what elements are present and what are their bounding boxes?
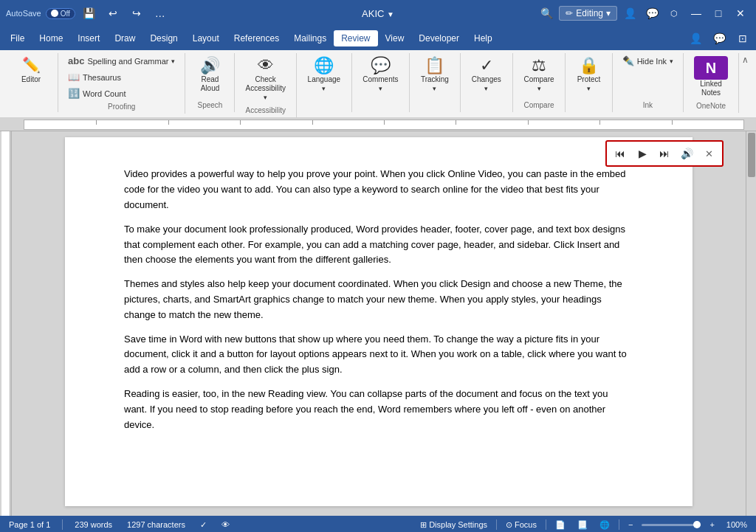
onenote-icon: N [706,59,716,77]
tracking-button[interactable]: 📋 Tracking ▾ [416,53,454,96]
ribbon-collapse-button[interactable]: ∧ [739,53,752,66]
changes-label: Changes ▾ [471,75,502,93]
zoom-plus-button[interactable]: + [707,520,717,529]
ribbon-group-ink: ✒️ Hide Ink ▾ Ink [613,53,684,112]
word-count-button[interactable]: 🔢 Word Count [64,86,179,101]
read-aloud-close-button[interactable]: ✕ [698,143,719,164]
hide-ink-button[interactable]: ✒️ Hide Ink ▾ [619,53,677,69]
maximize-button[interactable]: □ [709,4,728,23]
words-label: 239 words [75,520,112,529]
zoom-level-label: 100% [726,520,747,529]
spelling-label: Spelling and Grammar [87,57,168,66]
status-bar-right: ⊞ Display Settings ⊙ Focus 📄 📃 🌐 − + 100… [417,519,750,530]
spelling-grammar-button[interactable]: abc Spelling and Grammar ▾ [64,53,179,69]
read-aloud-icon: 🔊 [200,56,220,75]
more-button[interactable]: … [151,4,170,23]
speech-label: Speech [191,100,228,109]
protect-button[interactable]: 🔒 Protect ▾ [571,53,605,96]
compare-button[interactable]: ⚖ Compare ▾ [519,53,560,96]
view-mode-web[interactable]: 🌐 [597,520,613,530]
comments-menu-button[interactable]: 💬 [709,28,729,49]
read-aloud-play-button[interactable]: ▶ [632,143,653,164]
page-status[interactable]: Page 1 of 1 [6,520,53,529]
close-button[interactable]: ✕ [731,4,750,23]
autosave-off-label: Off [61,10,70,18]
display-settings-button[interactable]: ⊞ Display Settings [417,520,490,530]
ribbon: ✏️ Editor abc Spelling and Grammar ▾ 📖 T… [0,50,756,118]
menu-layout[interactable]: Layout [185,30,227,46]
vertical-ruler [1,131,10,516]
comments-ribbon-label: Comments ▾ [362,75,399,93]
comments-ribbon-icon: 💬 [371,56,391,75]
read-aloud-next-button[interactable]: ⏭ [654,143,675,164]
title-bar-left: AutoSave Off 💾 ↩ ↪ … [6,4,254,23]
zoom-minus-button[interactable]: − [625,520,636,529]
ribbon-group-speech: 🔊 ReadAloud Speech [185,53,235,112]
menu-home[interactable]: Home [32,30,70,46]
editor-button[interactable]: ✏️ Editor [10,53,52,87]
ribbon-group-editor: ✏️ Editor [4,53,58,112]
onenote-label: OneNote [690,100,732,110]
menu-design[interactable]: Design [142,30,185,46]
tracking-label: Tracking ▾ [420,75,450,93]
editing-badge[interactable]: ✏ Editing ▾ [559,6,617,21]
scroll-thumb[interactable] [748,133,755,177]
compare-icon: ⚖ [532,56,546,75]
menu-draw[interactable]: Draw [107,30,142,46]
menu-view[interactable]: View [378,30,412,46]
share-button[interactable]: 👤 [620,4,639,23]
zoom-level-button[interactable]: 100% [724,520,750,529]
read-aloud-prev-button[interactable]: ⏮ [610,143,630,164]
menu-help[interactable]: Help [467,30,500,46]
view-mode-read[interactable]: 📄 [552,520,568,530]
ribbon-group-onenote: N LinkedNotes OneNote [684,53,739,113]
read-aloud-button[interactable]: 🔊 ReadAloud [191,53,228,96]
menu-bar: File Home Insert Draw Design Layout Refe… [0,27,756,50]
paragraph-3: Themes and styles also help keep your do… [124,277,633,322]
zoom-slider[interactable] [642,524,701,526]
menu-file[interactable]: File [3,30,32,46]
options-menu-button[interactable]: ⊡ [732,28,753,49]
autosave-label: AutoSave [6,9,41,18]
thesaurus-icon: 📖 [68,72,80,83]
redo-button[interactable]: ↪ [127,4,146,23]
language-label: Language ▾ [307,75,341,93]
undo-button[interactable]: ↩ [103,4,123,23]
ribbon-toggle-button[interactable]: ⬡ [664,4,684,23]
search-button[interactable]: 🔍 [537,4,556,23]
read-aloud-speaker-button[interactable]: 🔊 [676,143,697,164]
document-area[interactable]: ⏮ ▶ ⏭ 🔊 ✕ Video provides a powerful way … [12,131,746,516]
title-bar-right: 🔍 ✏ Editing ▾ 👤 💬 ⬡ — □ ✕ [502,4,750,23]
minimize-button[interactable]: — [687,4,706,23]
changes-button[interactable]: ✓ Changes ▾ [467,53,506,96]
comments-title-button[interactable]: 💬 [642,4,662,23]
focus-button[interactable]: ⊙ Focus [503,520,540,530]
right-scrollbar[interactable] [746,131,756,516]
compare-label: Compare ▾ [523,75,555,93]
comments-ribbon-button[interactable]: 💬 Comments ▾ [358,53,403,96]
accessibility-status-icon[interactable]: 👁 [219,520,233,529]
dropdown-icon[interactable]: ▼ [387,10,394,18]
share-menu-button[interactable]: 👤 [685,28,706,49]
editor-icon: ✏️ [22,56,41,74]
check-accessibility-button[interactable]: 👁 CheckAccessibility ▾ [241,53,289,105]
menu-insert[interactable]: Insert [70,30,107,46]
main-area: ⏮ ▶ ⏭ 🔊 ✕ Video provides a powerful way … [0,131,756,516]
menu-references[interactable]: References [227,30,286,46]
words-status[interactable]: 239 words [72,520,115,529]
menu-developer[interactable]: Developer [411,30,467,46]
language-button[interactable]: 🌐 Language ▾ [303,53,346,96]
menu-mailings[interactable]: Mailings [286,30,334,46]
linked-notes-button[interactable]: N LinkedNotes [690,53,732,100]
ribbon-group-comments: 💬 Comments ▾ [352,53,410,112]
proofing-check-icon[interactable]: ✓ [197,520,210,530]
left-bar [0,131,12,516]
chars-status[interactable]: 1297 characters [124,520,188,529]
view-mode-print[interactable]: 📃 [574,520,591,530]
save-button[interactable]: 💾 [80,4,99,23]
word-count-icon: 🔢 [68,88,80,99]
onenote-icon-container: N [694,56,728,80]
menu-review[interactable]: Review [334,30,377,46]
autosave-toggle[interactable]: Off [46,8,75,19]
thesaurus-button[interactable]: 📖 Thesaurus [64,69,179,85]
